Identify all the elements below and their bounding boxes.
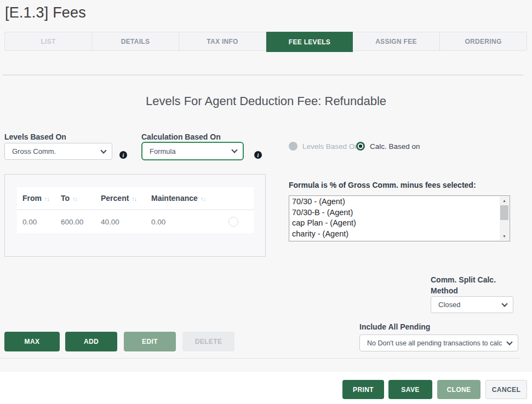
table-row: 0.00 600.00 40.00 0.00 [17, 210, 254, 233]
footer-bar: PRINT SAVE CLONE CANCEL [0, 372, 532, 404]
info-icon[interactable]: i [119, 151, 127, 159]
tab-tax-info[interactable]: TAX INFO [179, 32, 266, 50]
cell-maintenance: 0.00 [151, 218, 228, 226]
fee-levels-table-panel: From↑↓ To↑↓ Percent↑↓ Maintenance↑↓ 0.00… [4, 174, 266, 257]
page-title: [E.1.3] Fees [5, 4, 86, 21]
sort-icon[interactable]: ↑↓ [201, 195, 205, 202]
print-button[interactable]: PRINT [342, 380, 384, 399]
radio-circle-icon [289, 142, 298, 151]
list-item[interactable]: cap Plan - (Agent) [289, 218, 500, 229]
chevron-down-icon [506, 339, 512, 345]
tab-bar: LIST DETAILS TAX INFO FEE LEVELS ASSIGN … [4, 32, 527, 51]
section-heading: Levels For Agent Deduction Fee: Refundab… [0, 94, 532, 108]
tab-assign-fee[interactable]: ASSIGN FEE [353, 32, 440, 50]
edit-button[interactable]: EDIT [124, 332, 176, 351]
tab-details[interactable]: DETAILS [92, 32, 179, 50]
tab-list[interactable]: LIST [5, 32, 92, 50]
radio-calc-label: Calc. Based on [370, 142, 420, 151]
scrollbar-thumb[interactable] [500, 205, 508, 220]
cell-percent: 40.00 [101, 218, 151, 226]
fee-levels-table: From↑↓ To↑↓ Percent↑↓ Maintenance↑↓ 0.00… [17, 187, 254, 233]
levels-based-on-value: Gross Comm. [12, 147, 56, 155]
delete-button[interactable]: DELETE [182, 332, 234, 351]
radio-levels-based-on[interactable]: Levels Based On [289, 142, 359, 151]
row-select-radio[interactable] [228, 217, 238, 227]
bottom-divider [0, 358, 520, 359]
list-item[interactable]: 70/30-B - (Agent) [289, 207, 500, 218]
info-icon[interactable]: i [254, 151, 262, 159]
fees-page: [E.1.3] Fees LIST DETAILS TAX INFO FEE L… [0, 0, 532, 404]
listbox-scrollbar[interactable]: ▲ ▼ [500, 197, 509, 240]
sort-icon[interactable]: ↑↓ [44, 195, 49, 202]
save-button[interactable]: SAVE [388, 380, 432, 399]
top-divider [2, 74, 523, 76]
chevron-down-icon [100, 147, 106, 153]
include-all-pending-select[interactable]: No Don't use all pending transactions to… [359, 334, 518, 351]
column-header-percent[interactable]: Percent↑↓ [101, 194, 151, 203]
column-header-from[interactable]: From↑↓ [17, 194, 61, 203]
radio-levels-label: Levels Based On [302, 142, 359, 151]
radio-circle-icon [356, 142, 365, 151]
include-all-pending-value: No Don't use all pending transactions to… [367, 339, 502, 347]
calculation-based-on-value: Formula [150, 147, 176, 155]
clone-button[interactable]: CLONE [437, 380, 480, 399]
levels-based-on-select[interactable]: Gross Comm. [4, 143, 112, 160]
comm-split-method-label: Comm. Split Calc. Method [431, 274, 514, 296]
formula-label: Formula is % of Gross Comm. minus fees s… [289, 181, 476, 189]
levels-based-on-label: Levels Based On [4, 132, 66, 141]
scroll-down-icon[interactable]: ▼ [500, 232, 509, 240]
column-header-maintenance[interactable]: Maintenance↑↓ [151, 194, 228, 203]
cell-to: 600.00 [61, 218, 101, 226]
calculation-based-on-label: Calculation Based On [141, 132, 221, 141]
calculation-based-on-select[interactable]: Formula [141, 142, 244, 160]
radio-calc-based-on[interactable]: Calc. Based on [356, 142, 420, 151]
list-item[interactable]: 70/30 - (Agent) [289, 197, 500, 207]
tab-ordering[interactable]: ORDERING [440, 32, 527, 50]
list-item[interactable]: charity - (Agent) [289, 229, 500, 240]
chevron-down-icon [231, 147, 237, 153]
scroll-up-icon[interactable]: ▲ [500, 197, 509, 205]
max-button[interactable]: MAX [4, 332, 60, 351]
cancel-button[interactable]: CANCEL [485, 380, 527, 399]
add-button[interactable]: ADD [65, 332, 117, 351]
cell-from: 0.00 [17, 218, 61, 226]
comm-split-method-select[interactable]: Closed [431, 296, 513, 313]
sort-icon[interactable]: ↑↓ [131, 195, 136, 202]
fees-listbox[interactable]: 70/30 - (Agent) 70/30-B - (Agent) cap Pl… [289, 195, 510, 241]
chevron-down-icon [501, 301, 507, 307]
tab-fee-levels[interactable]: FEE LEVELS [266, 32, 353, 52]
comm-split-method-value: Closed [438, 301, 460, 309]
include-all-pending-label: Include All Pending [359, 322, 430, 331]
column-header-to[interactable]: To↑↓ [61, 194, 101, 203]
table-header-row: From↑↓ To↑↓ Percent↑↓ Maintenance↑↓ [17, 187, 254, 210]
sort-icon[interactable]: ↑↓ [72, 195, 77, 202]
